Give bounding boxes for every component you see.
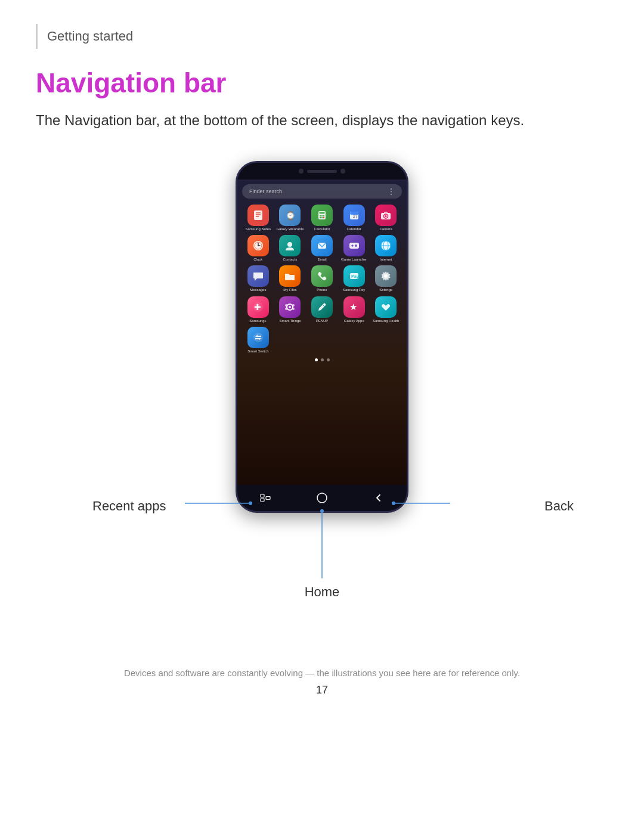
samsung-pay-icon: Pay <box>343 265 365 287</box>
page-description: The Navigation bar, at the bottom of the… <box>36 110 608 131</box>
settings-icon <box>375 265 397 287</box>
svg-point-53 <box>317 493 327 503</box>
svg-point-49 <box>253 333 263 342</box>
phone-speaker <box>307 170 337 173</box>
my-files-label: My Files <box>283 288 296 292</box>
footer-note: Devices and software are constantly evol… <box>36 668 608 678</box>
back-label: Back <box>544 498 574 514</box>
camera-icon <box>375 205 397 226</box>
svg-point-18 <box>385 215 387 217</box>
game-launcher-icon <box>343 235 365 256</box>
app-smart-switch[interactable]: Smart Switch <box>243 327 273 354</box>
svg-point-12 <box>323 217 324 218</box>
phone-screen: Finder search ⋮ Samsung Notes ⌚ <box>237 179 407 485</box>
phone-illustration: Finder search ⋮ Samsung Notes ⌚ <box>236 161 408 513</box>
calculator-label: Calculator <box>314 227 330 231</box>
finder-search-bar: Finder search ⋮ <box>242 184 402 199</box>
galaxy-wearable-label: Galaxy Wearable <box>276 227 304 231</box>
diagram-area: Finder search ⋮ Samsung Notes ⌚ <box>0 155 644 620</box>
svg-point-7 <box>320 215 321 216</box>
svg-point-10 <box>320 217 321 218</box>
app-internet[interactable]: Internet <box>371 235 401 262</box>
svg-text:✚: ✚ <box>254 302 261 312</box>
svg-point-11 <box>321 217 323 218</box>
galaxy-apps-label: Galaxy Apps <box>344 319 364 323</box>
footer: Devices and software are constantly evol… <box>0 632 644 714</box>
samsung-plus-label: Samsung+ <box>249 319 267 323</box>
app-smart-things[interactable]: Smart-Things <box>275 296 305 323</box>
svg-point-24 <box>258 245 259 246</box>
app-phone[interactable]: Phone <box>307 265 337 292</box>
internet-label: Internet <box>380 258 392 262</box>
phone-frame: Finder search ⋮ Samsung Notes ⌚ <box>236 161 408 513</box>
smart-things-label: Smart-Things <box>279 319 301 323</box>
phone-camera <box>299 169 304 174</box>
svg-rect-19 <box>384 212 388 213</box>
svg-text:Pay: Pay <box>351 274 359 279</box>
phone-sensor <box>340 169 345 174</box>
messages-icon <box>247 265 269 287</box>
svg-rect-0 <box>254 210 262 220</box>
breadcrumb-text: Getting started <box>47 29 133 44</box>
page-title: Navigation bar <box>36 67 608 99</box>
dot-3 <box>327 358 330 361</box>
dot-2 <box>321 358 324 361</box>
svg-point-9 <box>323 215 324 216</box>
svg-point-8 <box>321 215 323 216</box>
app-samsung-plus[interactable]: ✚ Samsung+ <box>243 296 273 323</box>
recent-apps-button[interactable] <box>256 489 274 507</box>
back-button[interactable] <box>370 489 388 507</box>
svg-point-46 <box>292 308 295 310</box>
smart-switch-label: Smart Switch <box>247 349 268 354</box>
svg-text:★: ★ <box>349 302 357 312</box>
app-galaxy-apps[interactable]: ★ Galaxy Apps <box>339 296 369 323</box>
galaxy-apps-icon: ★ <box>343 296 365 318</box>
svg-point-45 <box>285 308 287 310</box>
app-clock[interactable]: Clock <box>243 235 273 262</box>
settings-label: Settings <box>379 288 392 292</box>
samsung-notes-icon <box>247 205 269 226</box>
svg-text:⌚: ⌚ <box>286 210 296 221</box>
breadcrumb: Getting started <box>36 24 608 49</box>
contacts-label: Contacts <box>283 258 298 262</box>
app-email[interactable]: Email <box>307 235 337 262</box>
samsung-plus-icon: ✚ <box>247 296 269 318</box>
app-settings[interactable]: Settings <box>371 265 401 292</box>
page-number: 17 <box>36 684 608 696</box>
svg-rect-52 <box>266 497 270 500</box>
app-contacts[interactable]: Contacts <box>275 235 305 262</box>
calendar-icon: 27 <box>343 205 365 226</box>
svg-rect-27 <box>349 243 359 249</box>
phone-top-bar <box>237 163 407 179</box>
recent-apps-label: Recent apps <box>92 498 166 514</box>
contacts-icon <box>279 235 301 256</box>
galaxy-wearable-icon: ⌚ <box>279 205 301 226</box>
svg-rect-51 <box>261 498 264 501</box>
app-galaxy-wearable[interactable]: ⌚ Galaxy Wearable <box>275 205 305 231</box>
app-penup[interactable]: PENUP <box>307 296 337 323</box>
app-my-files[interactable]: My Files <box>275 265 305 292</box>
app-calendar[interactable]: 27 Calendar <box>339 205 369 231</box>
app-samsung-pay[interactable]: Pay Samsung Pay <box>339 265 369 292</box>
search-menu-icon: ⋮ <box>388 187 395 196</box>
search-placeholder: Finder search <box>249 188 282 194</box>
home-button[interactable] <box>313 489 331 507</box>
app-calculator[interactable]: Calculator <box>307 205 337 231</box>
app-game-launcher[interactable]: Game Launcher <box>339 235 369 262</box>
svg-point-44 <box>292 304 295 306</box>
app-samsung-notes[interactable]: Samsung Notes <box>243 205 273 231</box>
camera-label: Camera <box>380 227 392 231</box>
clock-label: Clock <box>253 258 262 262</box>
samsung-notes-label: Samsung Notes <box>245 227 271 231</box>
smart-things-icon <box>279 296 301 318</box>
svg-rect-6 <box>319 212 324 214</box>
home-label: Home <box>305 584 340 600</box>
internet-icon <box>375 235 397 256</box>
app-camera[interactable]: Camera <box>371 205 401 231</box>
email-icon <box>311 235 333 256</box>
app-samsung-health[interactable]: Samsung Health <box>371 296 401 323</box>
penup-label: PENUP <box>316 319 329 323</box>
samsung-health-label: Samsung Health <box>373 319 399 323</box>
app-messages[interactable]: Messages <box>243 265 273 292</box>
page-indicator <box>242 358 402 361</box>
